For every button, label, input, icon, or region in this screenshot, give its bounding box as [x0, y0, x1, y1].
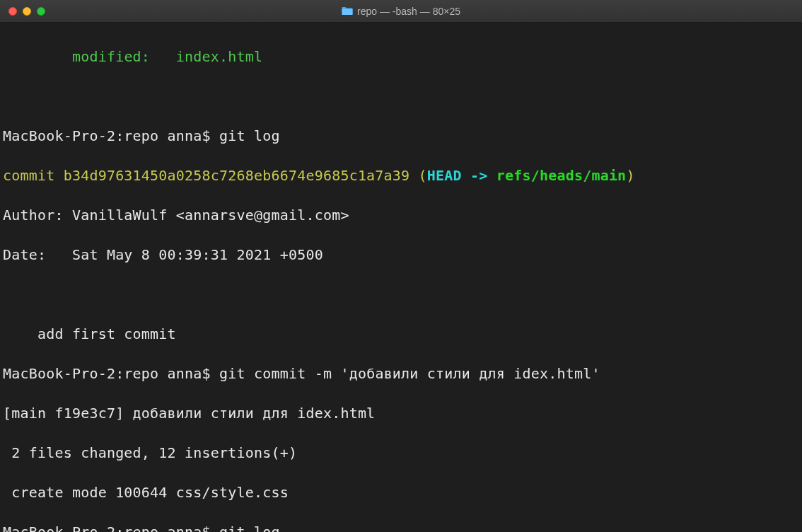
terminal-output[interactable]: modified: index.html MacBook-Pro-2:repo …: [0, 23, 802, 532]
close-button[interactable]: [8, 7, 17, 16]
window-title-wrap: repo — -bash — 80×25: [0, 6, 802, 17]
paren-open: (: [409, 167, 426, 184]
command-text: git log: [219, 127, 280, 144]
command-text: git log: [219, 524, 280, 532]
status-line: modified: index.html: [3, 47, 799, 66]
commit-hash: commit b34d97631450a0258c7268eb6674e9685…: [3, 167, 409, 184]
minimize-button[interactable]: [23, 7, 31, 16]
modified-label: modified:: [72, 48, 150, 65]
author-line: Author: VanillaWulf <annarsve@gmail.com>: [3, 205, 799, 225]
folder-icon: [342, 6, 353, 16]
commit-line: commit b34d97631450a0258c7268eb6674e9685…: [3, 166, 799, 185]
blank-line: [3, 284, 799, 304]
output-line: 2 files changed, 12 insertions(+): [3, 443, 799, 463]
modified-file: index.html: [176, 48, 262, 65]
window-titlebar: repo — -bash — 80×25: [0, 0, 802, 23]
output-line: create mode 100644 css/style.css: [3, 482, 799, 502]
paren-close: ): [626, 167, 634, 184]
prompt-line: MacBook-Pro-2:repo anna$ git log: [3, 522, 799, 532]
commit-msg: add first commit: [3, 324, 799, 344]
head-label: HEAD ->: [427, 167, 496, 184]
prompt-line: MacBook-Pro-2:repo anna$ git log: [3, 126, 799, 146]
window-title: repo — -bash — 80×25: [357, 6, 460, 17]
traffic-lights: [8, 7, 45, 16]
prompt: MacBook-Pro-2:repo anna$: [3, 524, 211, 532]
prompt-line: MacBook-Pro-2:repo anna$ git commit -m '…: [3, 364, 799, 383]
maximize-button[interactable]: [37, 7, 45, 16]
command-text: git commit -m 'добавили стили для idex.h…: [219, 365, 600, 382]
ref-name: refs/heads/main: [496, 167, 627, 184]
prompt: MacBook-Pro-2:repo anna$: [3, 127, 211, 144]
prompt: MacBook-Pro-2:repo anna$: [3, 365, 211, 382]
output-line: [main f19e3c7] добавили стили для idex.h…: [3, 403, 799, 423]
blank-line: [3, 86, 799, 106]
date-line: Date: Sat May 8 00:39:31 2021 +0500: [3, 245, 799, 265]
